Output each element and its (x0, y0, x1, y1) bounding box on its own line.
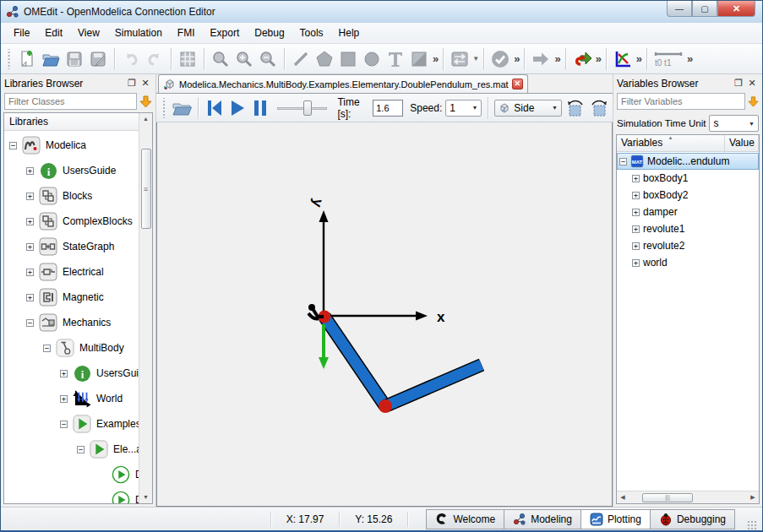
menu-export[interactable]: Export (203, 24, 248, 42)
perspective-tab-debugging[interactable]: Debugging (650, 509, 735, 529)
scrollbar-thumb[interactable] (141, 149, 151, 229)
library-item-blocks[interactable]: + Blocks (4, 183, 138, 209)
save-as-button[interactable] (86, 47, 110, 71)
tab-close-icon[interactable]: ✕ (512, 79, 523, 90)
library-item-mechanics[interactable]: − Mechanics (4, 310, 138, 335)
speed-combobox[interactable]: 1 ▼ (445, 100, 482, 117)
time-unit-combobox[interactable]: s ▼ (709, 115, 759, 132)
library-item-doublependulum[interactable]: D...m (4, 462, 138, 487)
expander[interactable]: + (632, 259, 640, 267)
library-item-electrical[interactable]: + Electrical (4, 259, 138, 285)
expander[interactable]: + (632, 242, 640, 250)
expander[interactable]: + (632, 192, 640, 199)
play-button[interactable] (227, 97, 247, 119)
expander[interactable]: − (77, 446, 84, 453)
library-item-examples[interactable]: − Examples (4, 411, 138, 437)
zoom-fit-button[interactable] (209, 47, 232, 71)
instantiate-overflow-chevron[interactable]: » (553, 52, 560, 65)
result-file-tab[interactable]: Modelica.Mechanics.MultiBody.Examples.El… (158, 74, 528, 93)
bitmap-shape-button[interactable] (407, 47, 431, 71)
menu-help[interactable]: Help (331, 24, 368, 42)
save-button[interactable] (63, 47, 86, 71)
library-item-elementary[interactable]: − Ele...ary (4, 437, 138, 462)
filter-variables-input[interactable] (617, 93, 745, 110)
skip-to-start-button[interactable] (204, 97, 224, 119)
variable-row-damper[interactable]: + damper (617, 204, 759, 220)
library-item-stategraph[interactable]: + StateGraph (4, 234, 138, 259)
plot-overflow-chevron[interactable]: » (635, 52, 642, 65)
library-item-modelica[interactable]: − Modelica (4, 133, 138, 158)
value-column-header[interactable]: Value (725, 135, 759, 151)
ellipse-shape-button[interactable] (360, 47, 384, 71)
expander[interactable]: + (26, 193, 34, 200)
redo-button[interactable] (143, 47, 166, 71)
connect-mode-dropdown-caret[interactable]: ▼ (472, 55, 479, 62)
library-item-doublependulum2[interactable]: Do...in (4, 487, 138, 503)
variables-float-icon[interactable]: ❐ (732, 78, 745, 89)
zoom-in-button[interactable] (232, 47, 256, 71)
menu-edit[interactable]: Edit (37, 24, 70, 42)
expander[interactable]: + (60, 370, 68, 377)
rectangle-shape-button[interactable] (336, 47, 360, 71)
libraries-scrollbar[interactable]: ▲ ▼ (139, 113, 152, 503)
resize-grip[interactable] (747, 520, 757, 530)
variables-table-header[interactable]: ▲ Variables Value (617, 135, 759, 152)
perspective-tab-plotting[interactable]: Plotting (580, 509, 651, 529)
shapes-overflow-chevron[interactable]: » (431, 52, 439, 65)
expander[interactable]: + (26, 243, 34, 251)
expander[interactable]: + (632, 209, 640, 216)
menu-view[interactable]: View (70, 24, 107, 42)
scroll-up-icon[interactable]: ▲ (139, 113, 152, 125)
expander[interactable]: − (9, 142, 17, 149)
filter-expand-icon[interactable] (139, 95, 152, 108)
scroll-down-icon[interactable]: ▼ (139, 491, 152, 503)
filter-expand-icon[interactable] (748, 95, 759, 108)
variables-hscrollbar[interactable]: ◀ ▶ (617, 491, 759, 503)
expander[interactable]: + (632, 225, 640, 233)
expander[interactable]: − (619, 158, 627, 166)
variable-row-world[interactable]: + world (617, 254, 759, 271)
variable-row-boxbody1[interactable]: + boxBody1 (617, 170, 759, 187)
minimize-button[interactable]: — (667, 1, 692, 17)
variable-row-revolute2[interactable]: + revolute2 (617, 237, 759, 254)
scroll-left-icon[interactable]: ◀ (617, 494, 629, 501)
libraries-float-icon[interactable]: ❐ (125, 78, 139, 89)
menu-simulation[interactable]: Simulation (107, 24, 170, 42)
polygon-shape-button[interactable] (313, 47, 336, 71)
connect-mode-button[interactable] (448, 47, 471, 71)
scrollbar-thumb[interactable] (642, 493, 693, 502)
library-item-multibody[interactable]: − MultiBody (4, 335, 138, 361)
menu-fmi[interactable]: FMI (170, 24, 203, 42)
toolbar-drag-handle[interactable] (7, 49, 11, 69)
animation-viewport[interactable]: y x (156, 122, 613, 507)
re-simulate-button[interactable] (570, 47, 594, 71)
t0t1-overflow-chevron[interactable]: » (685, 52, 693, 65)
plot-window-button[interactable] (611, 47, 635, 71)
maximize-button[interactable]: ▢ (692, 1, 717, 17)
undo-button[interactable] (119, 47, 143, 71)
line-shape-button[interactable] (289, 47, 313, 71)
variables-column-header[interactable]: ▲ Variables (617, 135, 725, 151)
library-item-magnetic[interactable]: + Magnetic (4, 285, 138, 310)
text-shape-button[interactable] (384, 47, 407, 71)
zoom-out-button[interactable] (256, 47, 280, 71)
check-overflow-chevron[interactable]: » (512, 52, 520, 65)
time-input[interactable] (373, 100, 403, 117)
rotate-ccw-button[interactable] (565, 97, 586, 119)
menu-tools[interactable]: Tools (292, 24, 331, 42)
expander[interactable]: + (632, 175, 640, 182)
variable-row-result-file[interactable]: − MAT Modelic...endulum (617, 153, 759, 170)
perspective-tab-welcome[interactable]: Welcome (426, 509, 504, 529)
expander[interactable]: + (26, 167, 34, 175)
animation-time-slider[interactable] (277, 100, 328, 117)
library-item-usersguide[interactable]: + i UsersGuide (4, 158, 138, 183)
expander[interactable]: + (60, 395, 68, 403)
expander[interactable]: + (26, 269, 34, 276)
expander[interactable]: + (26, 218, 34, 225)
open-model-button[interactable] (39, 47, 63, 71)
expander[interactable]: − (60, 421, 68, 428)
library-item-complexblocks[interactable]: + ComplexBlocks (4, 209, 138, 234)
simulation-time-t0-t1-button[interactable]: t0 t1 (651, 47, 685, 71)
library-item-multibody-usersguide[interactable]: + i UsersGuide (4, 361, 138, 386)
close-button[interactable]: ✕ (717, 1, 755, 17)
